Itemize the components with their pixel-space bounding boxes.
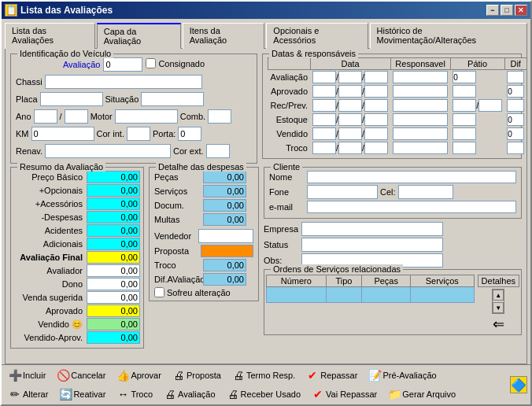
ap-resp[interactable] <box>393 85 448 98</box>
ve-d1[interactable] <box>312 127 336 140</box>
av-d3[interactable] <box>364 71 388 83</box>
tab-lista[interactable]: Lista das Avaliações <box>5 23 95 49</box>
ano-input2[interactable] <box>65 109 88 124</box>
alterar-button[interactable]: ✏ Alterar <box>5 386 52 403</box>
km-input[interactable] <box>31 127 94 141</box>
ap-d1[interactable] <box>312 85 336 98</box>
reativar-button[interactable]: 🔄 Reativar <box>55 386 109 403</box>
tab-opcionais[interactable]: Opcionais e Acessórios <box>266 23 368 49</box>
rp-d5[interactable] <box>478 99 502 112</box>
aprovar-button[interactable]: 👍 Aprovar <box>113 367 165 384</box>
placa-input[interactable] <box>40 92 103 106</box>
status-input[interactable] <box>301 238 443 252</box>
ve-patio[interactable] <box>453 127 476 140</box>
avaliacao-input[interactable] <box>103 57 142 72</box>
scroll-up-arrow[interactable]: ▲ <box>493 290 504 301</box>
detalhes-button[interactable]: Detalhes <box>478 275 519 287</box>
ap-d3[interactable] <box>364 85 388 98</box>
chassi-input[interactable] <box>45 75 202 89</box>
resumo-row-1: +Opcionais 0,00 <box>14 184 140 197</box>
av-patio[interactable] <box>453 71 476 83</box>
placa-label: Placa <box>16 94 38 104</box>
tab-historico[interactable]: Histórico de Movimentação/Alterações <box>370 23 527 49</box>
tr-dif[interactable] <box>507 142 524 154</box>
resp-cell <box>390 98 450 113</box>
fone-input[interactable] <box>307 185 378 199</box>
gerar-arquivo-button[interactable]: 📁 Gerar Arquivo <box>384 386 460 403</box>
pre-avaliacao-button[interactable]: 📝 Pré-Avaliação <box>364 367 440 384</box>
main-content: Identificação do Veículo Avaliação Consi… <box>5 48 527 364</box>
tr-patio[interactable] <box>453 142 476 154</box>
row-label-recprev: Rec/Prev. <box>268 98 311 113</box>
cancelar-button[interactable]: 🚫 Cancelar <box>53 367 109 384</box>
add-icon[interactable]: ⇐ <box>493 316 504 333</box>
scrollbar[interactable]: ▲ ▼ <box>492 289 504 314</box>
ve-d3[interactable] <box>364 127 388 140</box>
minimize-button[interactable]: − <box>486 5 499 16</box>
resumo-group: Resumo da Avaliação Preço Básico 0,00 +O… <box>10 167 144 349</box>
scroll-down-arrow[interactable]: ▼ <box>493 302 504 313</box>
cel-input[interactable] <box>398 185 453 199</box>
tab-itens[interactable]: Itens da Avaliação <box>183 23 265 49</box>
vendedor-input[interactable] <box>198 229 253 243</box>
ano-input1[interactable] <box>34 109 57 124</box>
email-input[interactable] <box>307 201 516 213</box>
cor-ext-input[interactable] <box>206 144 230 158</box>
incluir-button[interactable]: ➕ Incluir <box>5 367 50 384</box>
es-d3[interactable] <box>364 113 388 126</box>
es-dif[interactable] <box>507 113 524 126</box>
resumo-label-0: Preço Básico <box>14 172 85 182</box>
ap-d2[interactable] <box>338 85 362 98</box>
av-dif[interactable] <box>507 71 524 83</box>
ap-dif[interactable] <box>507 85 524 98</box>
troco-button[interactable]: ↔ Troco <box>113 386 157 403</box>
porta-input[interactable] <box>178 127 201 141</box>
es-d1[interactable] <box>312 113 336 126</box>
es-d2[interactable] <box>338 113 362 126</box>
proposta-button[interactable]: 🖨 Proposta <box>168 367 225 384</box>
rp-d4[interactable] <box>453 99 476 112</box>
av-resp[interactable] <box>393 71 448 83</box>
tr-d2[interactable] <box>338 142 362 154</box>
av-d1[interactable] <box>312 71 336 83</box>
resp-cell <box>390 84 450 98</box>
ve-dif[interactable] <box>507 127 524 140</box>
av-d2[interactable] <box>338 71 362 83</box>
cliente-panel: Cliente Nome Fone Cel: e-mail <box>264 167 522 349</box>
es-resp[interactable] <box>393 113 448 126</box>
motor-input[interactable] <box>115 109 178 124</box>
resumo-row-4: Acidentes 0,00 <box>14 224 140 237</box>
situacao-input[interactable] <box>141 92 204 106</box>
repassar-button[interactable]: ✔ Repassar <box>302 367 361 384</box>
cor-int-input[interactable] <box>127 127 150 141</box>
maximize-button[interactable]: □ <box>501 5 513 16</box>
close-button[interactable]: ✕ <box>515 5 527 16</box>
date-cell: /​/​ <box>310 127 390 141</box>
vai-repassar-button[interactable]: ✔ Vai Repassar <box>308 386 381 403</box>
avaliacao-button[interactable]: 🖨 Avaliação <box>160 386 220 403</box>
ve-resp[interactable] <box>393 127 448 140</box>
nome-input[interactable] <box>307 171 516 183</box>
termo-button[interactable]: 🖨 Termo Resp. <box>228 367 299 384</box>
rp-d1[interactable] <box>312 99 336 112</box>
empresa-input[interactable] <box>301 222 443 236</box>
rp-resp[interactable] <box>393 99 448 112</box>
consignado-checkbox[interactable] <box>146 58 156 68</box>
resp-cell <box>390 70 450 85</box>
comb-input[interactable] <box>208 109 231 124</box>
renav-input[interactable] <box>45 144 171 158</box>
consignado-row: Consignado <box>146 58 205 68</box>
ve-d2[interactable] <box>338 127 362 140</box>
receber-usado-button[interactable]: 🖨 Receber Usado <box>223 386 305 403</box>
es-patio[interactable] <box>453 113 476 126</box>
tab-capa[interactable]: Capa da Avaliação <box>97 23 181 49</box>
resumo-label-4: Acidentes <box>14 226 85 235</box>
rp-d3[interactable] <box>364 99 388 112</box>
sofreu-checkbox[interactable] <box>154 287 164 297</box>
tr-resp[interactable] <box>393 142 448 154</box>
ap-patio[interactable] <box>453 85 476 98</box>
tr-d3[interactable] <box>364 142 388 154</box>
rp-dif[interactable] <box>507 99 524 112</box>
tr-d1[interactable] <box>312 142 336 154</box>
rp-d2[interactable] <box>338 99 362 112</box>
